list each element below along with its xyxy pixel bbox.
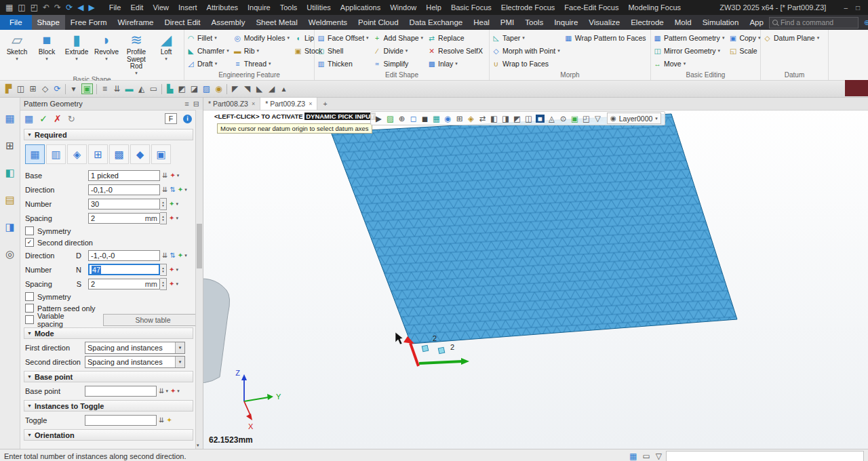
section-mode[interactable]: ▼ Mode (24, 327, 193, 339)
dropdown-arrow-icon[interactable]: ▾ (287, 35, 290, 41)
dropdown-arrow-icon[interactable]: ▾ (45, 56, 48, 62)
dropdown-arrow-icon[interactable]: ▾ (366, 35, 369, 41)
dropdown-arrow-icon[interactable]: ▾ (758, 35, 761, 41)
dropdown-arrow-icon[interactable]: ▾ (176, 201, 178, 207)
ribbon-small-button[interactable]: ◎ Modify Holes ▾ (233, 34, 290, 42)
window-control-icon[interactable]: – (844, 4, 848, 12)
ribbon-small-button[interactable]: ◣ Chamfer ▾ (186, 47, 229, 55)
ribbon-tab[interactable]: Heal (468, 15, 495, 30)
dropdown-arrow-icon[interactable]: ▾ (269, 61, 271, 66)
menu-item[interactable]: Basic Focus (446, 0, 496, 15)
dropdown-arrow-icon[interactable]: ▾ (406, 48, 408, 54)
ribbon-small-button[interactable]: ▦ Wrap Pattern to Faces (564, 34, 648, 42)
section-instances-to-toggle[interactable]: ▼ Instances to Toggle (24, 400, 193, 412)
direction2-arrowhead[interactable] (461, 358, 469, 365)
ribbon-small-button[interactable]: ▢ Shell (317, 47, 369, 55)
ok-button[interactable]: ✓ (39, 113, 47, 124)
dropdown-arrow-icon[interactable]: ▾ (215, 61, 218, 66)
multi-pick-icon[interactable]: ⇊ (162, 186, 167, 193)
ribbon-tab[interactable]: Shape (32, 15, 65, 30)
spinner[interactable]: ▴▾ (160, 198, 167, 210)
ribbon-small-button[interactable]: ◇ Datum Plane ▾ (763, 34, 819, 42)
ribbon-tab[interactable]: Weldments (303, 15, 353, 30)
side-tool-icon[interactable]: ▤ (5, 194, 14, 206)
view-toolbar-icon[interactable]: ◨ (501, 114, 510, 123)
dropdown-arrow-icon[interactable]: ▾ (105, 56, 108, 62)
da-toolbar-icon[interactable] (226, 84, 227, 94)
view-toolbar-icon[interactable]: ◩ (513, 114, 521, 123)
window-control-icon[interactable]: □ (856, 4, 860, 12)
dropdown-arrow-icon[interactable]: ▾ (214, 35, 217, 41)
quick-access-icon[interactable]: ↷ (54, 3, 61, 12)
ribbon-small-button[interactable]: ◠ Fillet ▾ (186, 34, 229, 42)
ribbon-tab[interactable]: Visualize (583, 15, 625, 30)
spacing-s-input[interactable]: 2mm (88, 279, 160, 289)
da-toolbar-icon[interactable]: ◉ (214, 84, 223, 94)
quick-access-icon[interactable]: ⟳ (66, 3, 73, 12)
view-toolbar-icon[interactable]: ⇄ (478, 114, 487, 123)
ribbon-small-button[interactable]: ≈ Simplify (373, 60, 423, 68)
view-toolbar-icon[interactable]: ◻ (409, 114, 418, 123)
tab-file[interactable]: File (0, 15, 32, 30)
side-tool-icon[interactable]: ▦ (5, 113, 14, 125)
ribbon-small-button[interactable]: ◇ Morph with Point ▾ (492, 47, 560, 55)
da-toolbar-icon[interactable] (65, 84, 66, 94)
spacing-input[interactable]: 2mm (88, 213, 160, 224)
da-toolbar-icon[interactable]: ▨ (202, 84, 211, 94)
layer-selector[interactable]: ◉ Layer0000 ▾ (607, 113, 661, 124)
da-toolbar-icon[interactable]: ◢ (267, 84, 276, 94)
section-required[interactable]: ▼ Required (24, 129, 193, 140)
ribbon-small-button[interactable]: ▥ Thicken (317, 60, 369, 68)
ribbon-small-button[interactable]: ▦ Pattern Geometry ▾ (653, 34, 724, 42)
pattern-type-button[interactable]: ▣ (151, 144, 171, 164)
pattern-type-button[interactable]: ▦ (25, 144, 45, 164)
ribbon-tab[interactable]: Free Form (65, 15, 113, 30)
pick-icon[interactable]: ✦ (170, 172, 175, 179)
menu-item[interactable]: Attributes (202, 0, 243, 15)
pattern-preview-mesh[interactable] (331, 114, 737, 344)
document-tab[interactable]: * Part008.Z3 × (203, 98, 260, 110)
pattern-type-button[interactable]: ⊞ (88, 144, 108, 164)
panel-collapse-icon[interactable]: ⊟ (193, 100, 199, 108)
graphics-canvas[interactable]: * Part008.Z3 × * Part009.Z3 × + (203, 98, 868, 449)
checkbox-symmetry-2[interactable] (25, 292, 34, 301)
status-input-area[interactable] (666, 451, 864, 461)
pattern-type-button[interactable]: ◈ (67, 144, 87, 164)
ribbon-small-button[interactable]: ∕ Divide ▾ (373, 47, 423, 55)
ribbon-tab[interactable]: Electrode (625, 15, 669, 30)
multi-pick-icon[interactable]: ⇊ (159, 387, 164, 395)
flip-direction-icon[interactable]: ⇅ (170, 186, 175, 193)
side-tool-icon[interactable]: ◨ (5, 221, 14, 233)
menu-item[interactable]: Face-Edit Focus (559, 0, 623, 15)
view-toolbar-icon[interactable]: ◈ (467, 114, 475, 123)
expression-icon[interactable]: ✦ (169, 200, 174, 207)
quick-access-icon[interactable]: ◀ (77, 3, 83, 12)
ribbon-tab[interactable]: Mold (669, 15, 697, 30)
da-toolbar-icon[interactable]: ⇊ (113, 84, 121, 94)
ribbon-small-button[interactable]: ▤ Face Offset ▾ (317, 34, 369, 42)
da-toolbar-icon[interactable]: ≡ (100, 84, 109, 94)
expression-icon[interactable]: ✦ (166, 416, 172, 424)
close-icon[interactable]: × (309, 100, 312, 107)
pick-icon[interactable]: ✦ (169, 214, 174, 222)
dropdown-arrow-icon[interactable]: ▾ (176, 281, 178, 287)
menu-item[interactable]: Edit (125, 0, 148, 15)
dropdown-arrow-icon[interactable]: ▾ (557, 48, 560, 54)
dropdown-arrow-icon[interactable]: ▾ (16, 56, 18, 62)
ribbon-small-button[interactable]: ⇄ Replace (427, 34, 485, 42)
view-toolbar-icon[interactable]: ◉ (443, 114, 452, 123)
checkbox-pattern-seed[interactable] (25, 304, 34, 313)
da-toolbar-icon[interactable]: ▛ (4, 84, 13, 94)
panel-menu-icon[interactable]: ≡ (184, 100, 189, 108)
ribbon-small-button[interactable]: ▩ Inlay ▾ (427, 60, 485, 68)
dropdown-arrow-icon[interactable]: ▾ (135, 71, 138, 76)
status-icon[interactable]: ▭ (642, 452, 650, 461)
show-table-button[interactable]: Show table (103, 314, 203, 326)
dropdown-arrow-icon[interactable]: ▾ (817, 35, 820, 41)
menu-item[interactable]: Utilities (302, 0, 335, 15)
direction-d-input[interactable]: -1,-0,-0 (88, 250, 160, 261)
dropdown-arrow-icon[interactable]: ▾ (226, 48, 229, 54)
ribbon-tab[interactable]: Tools (519, 15, 549, 30)
view-toolbar-icon[interactable]: ⊙ (559, 114, 568, 123)
side-tool-icon[interactable]: ◎ (5, 248, 14, 260)
